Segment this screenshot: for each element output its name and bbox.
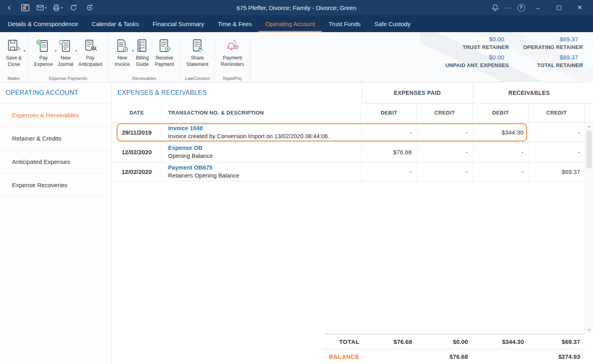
total-rc-credit: $69.37	[529, 334, 585, 349]
total-retainer-label: TOTAL RETAINER	[515, 62, 583, 68]
transaction-link[interactable]: Expense OB	[168, 144, 357, 152]
table-row[interactable]: 12/02/2020 Expense OB Opening Balance $7…	[112, 142, 593, 162]
ribbon-group-label-expense-payments: Expense Payments	[28, 76, 108, 81]
maximize-icon	[557, 6, 561, 10]
operating-retainer-amount: $69.37	[515, 36, 583, 43]
print-dropdown-icon[interactable]: ▾	[61, 6, 63, 10]
table-empty-area	[112, 182, 593, 334]
balance-scroll-spacer	[585, 349, 593, 364]
total-spacer	[112, 334, 324, 349]
tab-details-correspondence[interactable]: Details & Correspondence	[1, 15, 85, 32]
main-tab-bar: Details & Correspondence Calendar & Task…	[0, 15, 593, 32]
column-header-spacer	[585, 103, 593, 122]
payment-reminders-button[interactable]: R Payment Reminders	[219, 36, 246, 69]
sidebar-item-anticipated-expenses[interactable]: Anticipated Expenses	[0, 150, 111, 174]
save-close-button[interactable]: ▾ Save & Close	[4, 36, 24, 69]
column-header-rc-credit: CREDIT	[529, 103, 585, 122]
more-options-button[interactable]: …	[503, 2, 513, 14]
row-description-cell: Expense OB Opening Balance	[162, 142, 361, 162]
new-journal-icon	[58, 37, 73, 54]
total-rc-debit: $344.30	[473, 334, 529, 349]
row-rc-debit: $344.30	[473, 123, 529, 142]
print-button[interactable]: ▾	[52, 2, 63, 14]
bell-icon	[491, 4, 499, 12]
tab-time-fees[interactable]: Time & Fees	[211, 15, 259, 32]
sidebar-item-expenses-receivables[interactable]: Expenses & Receivables	[0, 104, 111, 127]
help-button[interactable]: ?	[516, 2, 526, 14]
vertical-scrollbar[interactable]: ▲ ▼	[585, 123, 593, 334]
share-statement-button[interactable]: Share Statement	[185, 36, 211, 69]
sync-icon	[86, 4, 94, 12]
tab-safe-custody[interactable]: Safe Custody	[367, 15, 417, 32]
ribbon-group-label-receivables: Receivables	[109, 76, 180, 81]
maximize-button[interactable]	[550, 0, 568, 15]
printer-icon	[52, 4, 60, 12]
sync-button[interactable]	[84, 2, 95, 14]
row-date: 12/02/2020	[112, 142, 162, 162]
scrollbar-thumb[interactable]	[587, 131, 592, 169]
trust-retainer-amount: $0.00	[441, 36, 509, 43]
row-ep-debit: $76.68	[361, 142, 417, 162]
total-row: TOTAL $76.68 $0.00 $344.30 $69.37	[112, 334, 593, 349]
close-button[interactable]: ✕	[570, 0, 589, 15]
sidebar-item-retainer-credits[interactable]: Retainer & Credits	[0, 127, 111, 150]
new-journal-button[interactable]: ▾ New Journal	[55, 36, 75, 69]
row-date: 12/02/2020	[112, 162, 162, 181]
transaction-link[interactable]: Payment OB675	[168, 164, 357, 172]
table-row[interactable]: 12/02/2020 Payment OB675 Retainers Openi…	[112, 162, 593, 182]
help-icon: ?	[517, 4, 525, 12]
group-header-spacer	[585, 82, 593, 103]
column-header-description: TRANSACTION NO. & DESCRIPTION	[162, 103, 361, 122]
svg-text:R: R	[235, 45, 238, 49]
row-ep-credit: -	[417, 123, 473, 142]
table-row[interactable]: 29/11/2019 Invoice 1048 Invoice created …	[112, 123, 593, 142]
row-rc-debit: -	[473, 142, 529, 162]
email-dropdown-icon[interactable]: ▾	[45, 6, 47, 10]
save-close-dropdown-icon[interactable]: ▾	[24, 49, 25, 53]
balance-rc-empty	[473, 349, 529, 364]
row-ep-debit: -	[361, 123, 417, 142]
back-button[interactable]: ‹	[4, 2, 14, 14]
tab-calendar-tasks[interactable]: Calendar & Tasks	[85, 15, 146, 32]
billing-guide-button[interactable]: $ Billing Guide	[133, 36, 152, 69]
notifications-button[interactable]	[490, 2, 501, 14]
transaction-link[interactable]: Invoice 1048	[168, 125, 357, 133]
tab-operating-account[interactable]: Operating Account	[259, 15, 322, 32]
refresh-button[interactable]	[68, 2, 79, 14]
ribbon-group-rapidpay: R Payment Reminders RapidPay	[215, 32, 250, 82]
tab-financial-summary[interactable]: Financial Summary	[146, 15, 211, 32]
pay-anticipated-button[interactable]: Pay Anticipated	[76, 36, 104, 69]
row-rc-debit: -	[473, 162, 529, 181]
title-bar: ‹ ▾ ▾ 675 Pfeffer, Divorce; Family - Div…	[0, 0, 593, 15]
tab-trust-funds[interactable]: Trust Funds	[322, 15, 367, 32]
share-statement-icon	[190, 37, 205, 54]
sidebar: OPERATING ACCOUNT Expenses & Receivables…	[0, 82, 112, 364]
scroll-up-icon[interactable]: ▲	[585, 125, 593, 128]
expenses-receivables-panel: EXPENSES & RECEIVABLES EXPENSES PAID REC…	[112, 82, 593, 364]
back-icon: ‹	[8, 2, 11, 13]
total-label: TOTAL	[324, 334, 361, 349]
row-rc-credit: -	[529, 123, 585, 142]
envelope-icon	[36, 4, 44, 12]
total-scroll-spacer	[585, 334, 593, 349]
pay-expense-button[interactable]: ▾ Pay Expense	[32, 36, 55, 69]
new-invoice-button[interactable]: ▾ New Invoice	[113, 36, 132, 69]
email-button[interactable]: ▾	[36, 2, 47, 14]
payment-reminders-icon: R	[225, 37, 240, 54]
row-ep-credit: -	[417, 142, 473, 162]
unpaid-ant-expenses-label: UNPAID ANT. EXPENSES	[441, 62, 509, 68]
retainer-summary: $0.00 TRUST RETAINER $69.37 OPERATING RE…	[441, 36, 583, 68]
ribbon-group-receivables: ▾ New Invoice $ Billing Guide Receive Pa…	[109, 32, 180, 82]
receive-payment-button[interactable]: Receive Payment	[153, 36, 176, 69]
trust-retainer-label: TRUST RETAINER	[441, 44, 509, 50]
minimize-icon: –	[536, 4, 540, 11]
scroll-down-icon[interactable]: ▼	[585, 328, 593, 332]
balance-spacer	[112, 349, 324, 364]
ribbon-group-expense-payments: ▾ Pay Expense ▾ New Journal Pay Anticipa…	[28, 32, 109, 82]
sidebar-item-expense-recoveries[interactable]: Expense Recoveries	[0, 174, 111, 197]
column-header-date: DATE	[112, 103, 162, 122]
balance-ep-empty	[361, 349, 417, 364]
minimize-button[interactable]: –	[529, 0, 547, 15]
transaction-description: Opening Balance	[168, 152, 357, 160]
total-retainer-amount: $69.37	[515, 54, 583, 61]
